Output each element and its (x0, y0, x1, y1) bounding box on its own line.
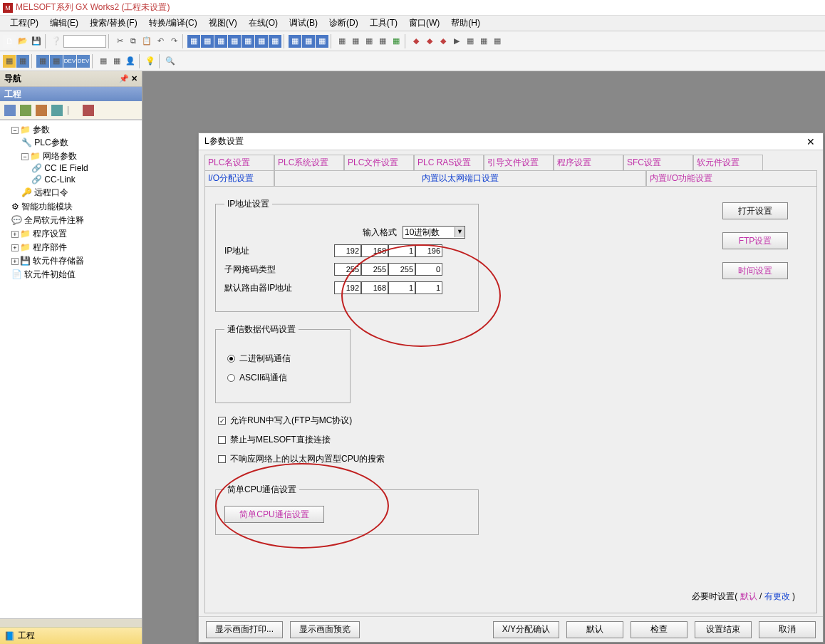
open-settings-button[interactable]: 打开设置 (722, 202, 788, 219)
tree-item-plc-params[interactable]: 🔧 PLC参数 (21, 136, 140, 150)
help-icon[interactable]: ❔ (50, 35, 63, 48)
collapse-icon[interactable]: − (11, 127, 19, 134)
tool-icon[interactable]: ▦ (3, 55, 16, 68)
nav-grip[interactable] (0, 618, 142, 627)
radio-ascii[interactable]: ASCII码通信 (227, 372, 338, 384)
tool-icon[interactable]: ▦ (242, 35, 254, 48)
tab-ethernet[interactable]: 内置以太网端口设置 (274, 170, 646, 186)
tab-builtin-io[interactable]: 内置I/O功能设置 (646, 170, 817, 186)
tool-icon[interactable]: ▦ (97, 55, 110, 68)
chk-run-write[interactable]: 允许RUN中写入(FTP与MC协议) (218, 415, 804, 427)
tab-device[interactable]: 软元件设置 (693, 155, 763, 170)
new-icon[interactable]: 🗋 (3, 35, 16, 48)
tool-icon[interactable]: ▶ (450, 35, 463, 48)
tool-icon[interactable]: ▦ (214, 35, 227, 48)
ip-octet-3[interactable] (388, 244, 415, 257)
tool-icon[interactable]: ▦ (36, 55, 49, 68)
copy-icon[interactable]: ⧉ (127, 35, 140, 48)
mask-octet-2[interactable] (361, 263, 388, 276)
undo-icon[interactable]: ↶ (154, 35, 167, 48)
check-button[interactable]: 检查 (631, 621, 688, 638)
navicon[interactable] (20, 105, 31, 116)
tree-item-prog-parts[interactable]: +📁 程序部件 (11, 241, 140, 254)
collapse-icon[interactable]: − (21, 153, 28, 160)
tool-icon[interactable]: ▦ (255, 35, 268, 48)
tab-plc-ras[interactable]: PLC RAS设置 (414, 155, 484, 170)
pin-icon[interactable]: 📌 ✕ (119, 74, 138, 83)
default-button[interactable]: 默认 (566, 621, 623, 638)
navicon[interactable] (4, 105, 16, 116)
tool-icon[interactable]: ▦ (376, 35, 389, 48)
expand-icon[interactable]: + (11, 231, 19, 238)
menu-debug[interactable]: 调试(B) (284, 16, 323, 31)
paste-icon[interactable]: 📋 (140, 35, 153, 48)
tool-icon[interactable]: DEV (77, 55, 90, 68)
tool-icon[interactable]: ▦ (491, 35, 504, 48)
menu-view[interactable]: 视图(V) (203, 16, 243, 31)
navicon[interactable] (83, 105, 94, 116)
binocular-icon[interactable]: 🔍 (164, 55, 177, 68)
tree-item-remote-pw[interactable]: 🔑 远程口令 (21, 186, 140, 199)
tool-icon[interactable]: ▦ (228, 35, 241, 48)
navicon[interactable] (36, 105, 47, 116)
xy-confirm-button[interactable]: X/Y分配确认 (493, 621, 559, 638)
tool-icon[interactable]: ▦ (363, 35, 375, 48)
tree-item-prog-set[interactable]: +📁 程序设置 (11, 227, 140, 241)
menu-help[interactable]: 帮助(H) (445, 16, 486, 31)
simple-cpu-button[interactable]: 简单CPU通信设置 (224, 506, 324, 523)
menu-window[interactable]: 窗口(W) (403, 16, 445, 31)
menu-project[interactable]: 工程(P) (4, 16, 44, 31)
tool-icon[interactable]: ◆ (437, 35, 450, 48)
chk-forbid-melsoft[interactable]: 禁止与MELSOFT直接连接 (218, 434, 804, 446)
print-button[interactable]: 显示画面打印... (206, 621, 283, 638)
menu-online[interactable]: 在线(O) (243, 16, 284, 31)
gw-octet-3[interactable] (388, 281, 415, 294)
ip-octet-4[interactable] (415, 244, 442, 257)
input-format-select[interactable]: 10进制数 ▼ (403, 226, 465, 239)
tool-icon[interactable]: ▦ (302, 35, 315, 48)
tab-plc-file[interactable]: PLC文件设置 (344, 155, 414, 170)
tree-item-global-comment[interactable]: 💬 全局软元件注释 (11, 214, 140, 227)
menu-edit[interactable]: 编辑(E) (44, 16, 84, 31)
menu-search[interactable]: 搜索/替换(F) (84, 16, 143, 31)
gw-octet-2[interactable] (361, 281, 388, 294)
tab-program[interactable]: 程序设置 (554, 155, 623, 170)
tab-io-alloc[interactable]: I/O分配设置 (204, 170, 274, 186)
expand-icon[interactable]: + (11, 244, 19, 251)
tool-icon[interactable]: ▦ (289, 35, 301, 48)
tool-icon[interactable]: ▦ (390, 35, 403, 48)
tool-icon[interactable]: ▦ (316, 35, 328, 48)
mask-octet-3[interactable] (388, 263, 415, 276)
open-icon[interactable]: 📂 (16, 35, 29, 48)
tree-item-cc-link[interactable]: 🔗 CC-Link (31, 174, 140, 185)
mask-octet-1[interactable] (334, 263, 361, 276)
tool-icon[interactable]: ▦ (187, 35, 200, 48)
ip-octet-1[interactable] (334, 244, 361, 257)
chk-no-search[interactable]: 不响应网络上的以太网内置型CPU的搜索 (218, 453, 804, 465)
tab-boot-file[interactable]: 引导文件设置 (484, 155, 554, 170)
save-icon[interactable]: 💾 (30, 35, 43, 48)
tool-icon[interactable]: ◆ (423, 35, 436, 48)
tab-plc-name[interactable]: PLC名设置 (204, 155, 274, 170)
menu-diagnose[interactable]: 诊断(D) (323, 16, 364, 31)
tree-item-dev-init[interactable]: 📄 软元件初始值 (11, 268, 140, 281)
tree-item-cc-ie[interactable]: 🔗 CC IE Field (31, 162, 140, 174)
preview-button[interactable]: 显示画面预览 (290, 621, 360, 638)
tool-icon[interactable]: ▦ (50, 55, 63, 68)
tool-icon[interactable]: ▦ (201, 35, 214, 48)
end-button[interactable]: 设置结束 (695, 621, 752, 638)
tree-item-net-params[interactable]: −📁 网络参数 🔗 CC IE Field 🔗 CC-Link (21, 150, 140, 186)
close-icon[interactable]: ✕ (804, 136, 817, 147)
radio-binary[interactable]: 二进制码通信 (227, 353, 338, 365)
tool-icon[interactable]: ▦ (464, 35, 477, 48)
gw-octet-1[interactable] (334, 281, 361, 294)
tool-icon[interactable]: ▦ (110, 55, 123, 68)
tool-icon[interactable]: ▦ (477, 35, 490, 48)
toolbar-combo[interactable] (63, 35, 106, 48)
tool-icon[interactable]: ▦ (16, 55, 29, 68)
navicon[interactable] (51, 105, 63, 116)
tool-icon[interactable]: ▦ (349, 35, 362, 48)
ip-octet-2[interactable] (361, 244, 388, 257)
nav-footer-tab[interactable]: 📘 工程 (0, 627, 142, 644)
menu-compile[interactable]: 转换/编译(C) (143, 16, 203, 31)
